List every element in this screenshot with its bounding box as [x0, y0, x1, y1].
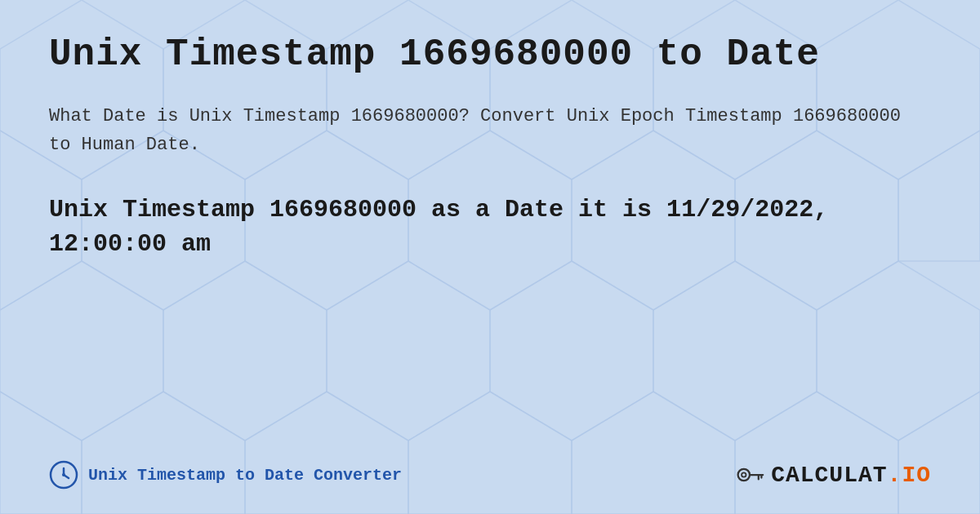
logo-area: CALCULAT.IO [735, 460, 931, 490]
svg-point-32 [742, 472, 746, 476]
logo-highlight: .IO [888, 463, 931, 488]
footer-left: Unix Timestamp to Date Converter [49, 460, 402, 490]
page-description: What Date is Unix Timestamp 1669680000? … [49, 102, 931, 159]
logo-text: CALCULAT.IO [771, 463, 931, 488]
clock-icon [49, 460, 78, 490]
logo-icon [735, 460, 764, 490]
footer-label: Unix Timestamp to Date Converter [88, 466, 402, 485]
result-text: Unix Timestamp 1669680000 as a Date it i… [49, 193, 931, 261]
svg-point-31 [738, 469, 750, 481]
result-section: Unix Timestamp 1669680000 as a Date it i… [49, 193, 931, 261]
page-title: Unix Timestamp 1669680000 to Date [49, 33, 931, 78]
footer: Unix Timestamp to Date Converter CALCULA… [49, 444, 931, 490]
svg-point-30 [62, 473, 65, 476]
